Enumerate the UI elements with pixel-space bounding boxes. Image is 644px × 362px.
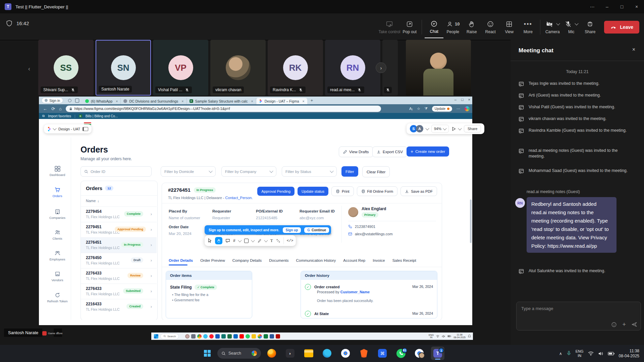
taskbar-app-icon[interactable]	[185, 334, 190, 339]
tab-documents[interactable]: Documents	[269, 258, 288, 262]
move-tool-icon[interactable]	[207, 238, 212, 243]
export-csv-button[interactable]: Export CSV	[372, 146, 407, 157]
share-button[interactable]: Share	[581, 16, 599, 38]
tab-actions-icon[interactable]	[75, 99, 79, 103]
filter-domicile-select[interactable]: Filter by Domicile	[161, 166, 216, 177]
order-row[interactable]: 2279454TL Flex Holdings LLC Complete›	[81, 206, 157, 222]
browser-more-icon[interactable]: ⋯	[457, 107, 460, 111]
more-button[interactable]: ••• More	[519, 16, 537, 38]
tab-sales-receipt[interactable]: Sales Receipt	[392, 258, 416, 262]
tab-communication-history[interactable]: Communication History	[296, 258, 336, 262]
minimize-button[interactable]: –	[600, 0, 614, 13]
chevron-down-icon[interactable]	[425, 126, 429, 130]
search-pill[interactable]: Search	[160, 334, 179, 339]
frame-tool-icon[interactable]: #	[233, 238, 235, 243]
order-row[interactable]: 2279451TL Flex Holdings LLC Approval Pen…	[81, 222, 157, 238]
list-column-header[interactable]: Name↓	[81, 195, 157, 206]
order-row-selected[interactable]: 2276451TL Flex Holdings LLC In Progress›	[81, 237, 157, 253]
taskbar-app-icon[interactable]	[258, 334, 262, 339]
print-button[interactable]: Print	[331, 186, 354, 196]
taskbar-search[interactable]: Search	[217, 348, 261, 359]
back-icon[interactable]: ←	[43, 106, 47, 111]
signup-button[interactable]: Sign up	[283, 227, 301, 233]
tiles-scroll-left-icon[interactable]: ‹	[28, 65, 30, 72]
customer-name-link[interactable]: Customer_Name	[340, 290, 370, 294]
participant-tile[interactable]: RK Ravindra K...	[268, 40, 323, 96]
tray-mic-icon[interactable]	[567, 351, 571, 356]
taskbar-firefox-icon[interactable]	[265, 347, 278, 360]
close-tab-icon[interactable]: ×	[251, 99, 253, 103]
order-row[interactable]: 2276433TL Flex Holdings LLC Review›	[81, 268, 157, 284]
taskbar-app-icon[interactable]	[203, 334, 208, 339]
browser-profile-icon[interactable]	[465, 106, 470, 111]
browser-window-controls[interactable]: – □ ×	[454, 98, 470, 102]
google-continue-button[interactable]: GContinue	[304, 227, 329, 233]
contact-person-link[interactable]: Contact_Person.	[225, 196, 253, 200]
order-id-search-input[interactable]: Order ID	[80, 166, 152, 177]
titlebar-more-icon[interactable]: ⋯	[585, 0, 600, 13]
figma-file-pill[interactable]: Design - UAT	[44, 124, 92, 133]
battery-icon[interactable]	[608, 352, 614, 356]
sidebar-item-vendors[interactable]: Vendors	[44, 271, 71, 282]
send-icon[interactable]	[631, 321, 637, 327]
create-new-order-button[interactable]: + Create new order	[407, 146, 449, 157]
taskbar-app-icon[interactable]	[239, 334, 244, 339]
collaborator-avatar[interactable]: A	[416, 125, 423, 132]
workspaces-icon[interactable]	[68, 99, 72, 103]
scrollbar-thumb[interactable]	[470, 199, 472, 243]
view-button[interactable]: View	[500, 16, 519, 38]
tab-order-details[interactable]: Order Details	[169, 258, 193, 262]
tab-order-preview[interactable]: Order Preview	[200, 258, 225, 262]
clock[interactable]: 11:3808-04-2025	[619, 349, 639, 359]
import-favorites-link[interactable]: Import favorites	[48, 114, 71, 118]
mic-button[interactable]: Mic	[562, 16, 581, 38]
taskbar-teams-icon-active[interactable]: T 1	[431, 347, 444, 360]
taskbar-app-icon[interactable]	[264, 334, 268, 339]
taskbar-chrome-icon[interactable]	[339, 347, 352, 360]
order-row[interactable]: 2216433TL Flex Holdings LLC Created›	[81, 299, 157, 315]
tab-invoice[interactable]: Invoice	[373, 258, 385, 262]
dev-mode-toggle-icon[interactable]: </>	[287, 239, 293, 243]
participant-tile-video[interactable]: vikram chavan	[210, 40, 266, 96]
taskbar-app-icon[interactable]	[227, 334, 232, 339]
attach-plus-icon[interactable]: +	[622, 322, 626, 327]
sidebar-item-dashboard[interactable]: Dashboard	[44, 166, 71, 177]
sidebar-item-refresh-token[interactable]: Refresh Token	[44, 292, 71, 303]
browser-tab[interactable]: DC Divisions and Surroundings×	[121, 98, 186, 104]
browser-tab[interactable]: X Sample Salary Structure with calc×	[187, 98, 256, 104]
filter-status-select[interactable]: Filter by Status	[282, 166, 337, 177]
chevron-down-icon[interactable]	[458, 126, 462, 130]
shape-tool-icon[interactable]	[244, 239, 249, 243]
home-icon[interactable]: ⌂	[59, 106, 62, 111]
screen-clock[interactable]: 11:3808-04-2025	[453, 334, 466, 339]
approval-pending-button[interactable]: Approval Pending	[257, 187, 294, 196]
taskbar-app-icon[interactable]: ◗	[283, 347, 297, 360]
comment-tool-icon[interactable]	[225, 238, 230, 243]
taskbar-chrome-profile-icon[interactable]	[413, 347, 426, 360]
taskbar-app-icon[interactable]	[221, 334, 226, 339]
sidebar-item-companies[interactable]: Companies	[44, 209, 71, 220]
chevron-down-icon[interactable]	[264, 238, 268, 242]
taskbar-app-icon[interactable]	[197, 334, 202, 339]
chevron-down-icon[interactable]	[238, 238, 241, 242]
read-aloud-icon[interactable]: A)	[409, 107, 413, 111]
chat-message-input[interactable]: Type a message +	[516, 302, 641, 330]
participant-tile[interactable]: RN read.ai mee...	[325, 40, 380, 96]
extension-icon[interactable]: ⧩	[425, 107, 428, 111]
browser-signin-chip[interactable]: Sign in	[42, 98, 63, 103]
taskbar-app-icon[interactable]	[246, 334, 250, 339]
sort-desc-icon[interactable]: ↓	[97, 199, 99, 203]
tiles-scroll-right-button[interactable]: ›	[376, 62, 386, 73]
browser-close-icon[interactable]: ×	[468, 98, 470, 102]
pop-out-button[interactable]: Pop out	[400, 16, 419, 38]
hand-tool-icon-active[interactable]	[215, 237, 222, 244]
url-field[interactable]: https://www.figma.com/design/9BKQ0FOHRWa…	[66, 106, 381, 112]
browser-minimize-icon[interactable]: –	[454, 98, 457, 102]
taskbar-app-icon[interactable]	[191, 334, 196, 339]
close-tab-icon[interactable]: ×	[303, 99, 305, 103]
people-button[interactable]: 10 People	[443, 16, 462, 38]
clear-filter-button[interactable]: Clear Filter	[362, 166, 390, 177]
chat-button[interactable]: Chat	[425, 16, 443, 38]
measure-tool-icon[interactable]	[276, 239, 280, 243]
participant-tile[interactable]: VP Vishal Patil ...	[153, 40, 208, 96]
